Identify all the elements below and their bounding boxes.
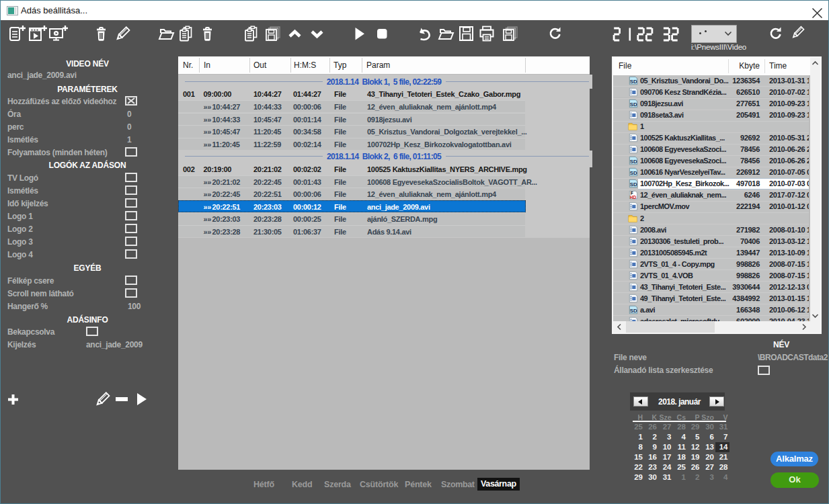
svg-text:SD: SD [630, 170, 637, 176]
svg-text:SD: SD [630, 78, 637, 84]
svg-text:SD: SD [630, 181, 637, 187]
svg-text:SD: SD [630, 101, 637, 108]
svg-text:HD: HD [630, 195, 637, 200]
svg-text:SD: SD [630, 159, 637, 165]
svg-text:SD: SD [630, 307, 637, 313]
